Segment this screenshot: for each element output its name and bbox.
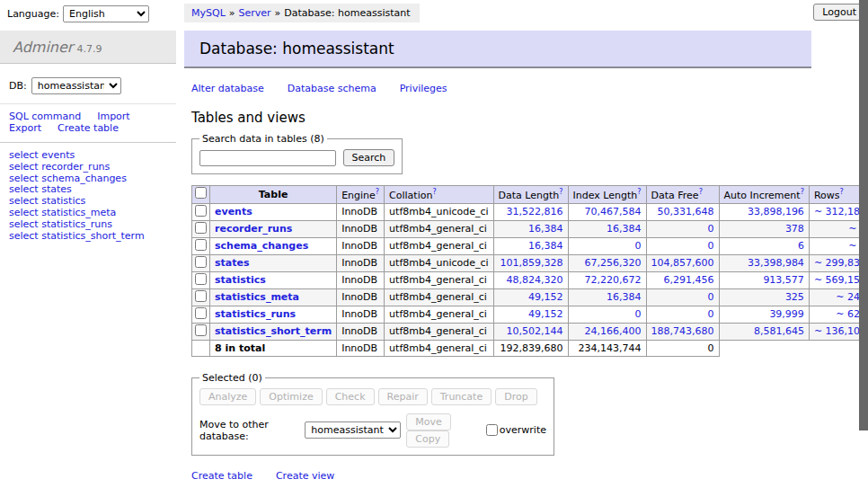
move-db-select[interactable]: homeassistant (305, 421, 401, 439)
sidebar-link[interactable]: Export (9, 122, 41, 134)
data-length-cell[interactable]: 10,502,144 (493, 323, 568, 340)
action-link[interactable]: Privileges (400, 83, 447, 94)
auto-increment-cell[interactable]: 378 (719, 220, 809, 237)
select-all-checkbox[interactable] (195, 187, 207, 199)
data-length-cell[interactable]: 49,152 (493, 306, 568, 323)
row-checkbox[interactable] (195, 307, 207, 319)
help-icon[interactable]: ? (637, 188, 641, 196)
sidebar-table-link[interactable]: select schema_changes (9, 173, 127, 184)
logout-button[interactable]: Logout (813, 4, 865, 21)
table-name-link[interactable]: statistics_runs (215, 308, 296, 320)
data-free-cell[interactable]: 6,291,456 (646, 271, 719, 288)
check-button[interactable]: Check (326, 388, 375, 405)
repair-button[interactable]: Repair (378, 388, 428, 405)
language-select[interactable]: English (63, 5, 149, 22)
table-name-link[interactable]: events (215, 206, 252, 217)
copy-button[interactable]: Copy (406, 430, 449, 448)
app-name[interactable]: Adminer (13, 39, 73, 56)
data-free-cell[interactable]: 0 (646, 306, 719, 323)
table-name-cell: states (210, 254, 337, 271)
scrollbar[interactable] (859, 0, 868, 488)
move-button[interactable]: Move (406, 413, 451, 430)
row-checkbox[interactable] (195, 222, 207, 234)
row-checkbox[interactable] (195, 205, 207, 217)
data-length-cell[interactable]: 16,384 (493, 220, 568, 237)
data-length-cell[interactable]: 101,859,328 (493, 254, 568, 271)
move-label: Move to other database: (199, 419, 299, 442)
search-button[interactable]: Search (343, 149, 395, 166)
index-length-cell[interactable]: 0 (568, 237, 646, 254)
table-row: statistics_runsInnoDButf8mb4_general_ci4… (192, 306, 868, 323)
overwrite-wrap: overwrite (486, 424, 546, 436)
sidebar-link[interactable]: Import (97, 111, 130, 122)
auto-increment-cell[interactable]: 8,581,645 (719, 323, 809, 340)
sidebar-table-link[interactable]: select statistics_meta (9, 207, 116, 218)
table-name-link[interactable]: states (215, 257, 250, 269)
table-name-link[interactable]: recorder_runs (215, 223, 292, 235)
data-free-cell[interactable]: 0 (646, 220, 719, 237)
index-length-cell[interactable]: 0 (568, 306, 646, 323)
data-length-cell[interactable]: 48,824,320 (493, 271, 568, 288)
create-link[interactable]: Create table (191, 470, 252, 482)
sidebar-table-link[interactable]: select statistics_short_term (9, 230, 145, 242)
auto-increment-cell[interactable]: 39,999 (719, 306, 809, 323)
auto-increment-cell[interactable]: 33,398,984 (719, 254, 809, 271)
row-checkbox[interactable] (195, 256, 207, 268)
action-link[interactable]: Database schema (288, 83, 376, 94)
auto-increment-cell[interactable]: 913,577 (719, 271, 809, 288)
data-free-cell[interactable]: 104,857,600 (646, 254, 719, 271)
index-length-cell[interactable]: 70,467,584 (568, 203, 646, 220)
row-checkbox[interactable] (195, 239, 207, 251)
breadcrumb-link[interactable]: Server (239, 7, 271, 19)
sidebar-table-link[interactable]: select statistics_runs (9, 218, 112, 230)
table-name-link[interactable]: schema_changes (215, 240, 308, 252)
sidebar-link[interactable]: SQL command (9, 111, 81, 122)
truncate-button[interactable]: Truncate (431, 388, 492, 405)
auto-increment-cell[interactable]: 6 (719, 237, 809, 254)
data-free-cell[interactable]: 0 (646, 288, 719, 306)
auto-increment-cell[interactable]: 33,898,196 (719, 203, 809, 220)
data-free-cell[interactable]: 50,331,648 (646, 203, 719, 220)
sidebar-table-link[interactable]: select recorder_runs (9, 161, 110, 173)
table-name-cell: statistics_short_term (210, 323, 337, 340)
row-checkbox[interactable] (195, 290, 207, 302)
index-length-cell[interactable]: 67,256,320 (568, 254, 646, 271)
total-data-length-cell: 192,839,680 (493, 340, 568, 356)
db-select[interactable]: homeassistant (31, 77, 121, 94)
action-link[interactable]: Alter database (191, 83, 264, 94)
help-icon[interactable]: ? (801, 188, 804, 196)
drop-button[interactable]: Drop (495, 388, 536, 405)
search-input[interactable] (199, 150, 336, 166)
sidebar-link[interactable]: Create table (58, 122, 119, 134)
table-name-link[interactable]: statistics (215, 274, 266, 286)
create-link[interactable]: Create view (276, 470, 334, 482)
index-length-cell[interactable]: 16,384 (568, 220, 646, 237)
breadcrumb-link[interactable]: MySQL (191, 7, 226, 19)
data-length-cell[interactable]: 16,384 (493, 237, 568, 254)
index-length-cell[interactable]: 24,166,400 (568, 323, 646, 340)
help-icon[interactable]: ? (839, 188, 843, 196)
help-icon[interactable]: ? (432, 188, 436, 196)
optimize-button[interactable]: Optimize (260, 388, 322, 405)
overwrite-checkbox[interactable] (486, 424, 498, 436)
row-checkbox[interactable] (195, 273, 207, 285)
help-icon[interactable]: ? (376, 188, 379, 196)
help-icon[interactable]: ? (559, 188, 562, 196)
sidebar-table-link[interactable]: select statistics (9, 195, 85, 207)
sidebar-table-link[interactable]: select states (9, 183, 72, 195)
auto-increment-cell[interactable]: 325 (719, 288, 809, 306)
data-free-cell[interactable]: 0 (646, 237, 719, 254)
index-length-cell[interactable]: 16,384 (568, 288, 646, 306)
analyze-button[interactable]: Analyze (199, 388, 256, 405)
table-name-link[interactable]: statistics_meta (215, 291, 299, 303)
data-length-cell[interactable]: 49,152 (493, 288, 568, 306)
data-free-cell[interactable]: 188,743,680 (646, 323, 719, 340)
scrollbar-thumb[interactable] (859, 0, 868, 430)
index-length-cell[interactable]: 72,220,672 (568, 271, 646, 288)
language-row: Language:English (0, 0, 176, 22)
sidebar-table-link[interactable]: select events (9, 149, 75, 161)
help-icon[interactable]: ? (699, 188, 703, 196)
table-name-link[interactable]: statistics_short_term (215, 325, 332, 337)
data-length-cell[interactable]: 31,522,816 (493, 203, 568, 220)
row-checkbox[interactable] (195, 324, 207, 336)
